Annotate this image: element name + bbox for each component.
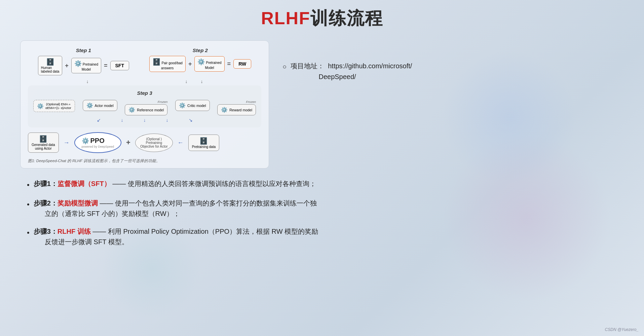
step2-result: RW <box>233 59 251 69</box>
ppo-row: 🗄️ Generated datausing Actor → ⚙️ PPO po… <box>28 130 261 155</box>
actor-model-text: Actor model <box>95 104 114 108</box>
step1-section: Step 1 🗄️ Humanlabeled data + ⚙️ Pretrai… <box>38 47 129 75</box>
reward-model-item: Frozen ⚙️ Reward model <box>217 100 256 115</box>
optional-ema-item: ⚙️ (Optional) EMA =αEMA+(1- α)Actor <box>33 100 75 112</box>
bullet-text-3: 步骤3：RLHF 训练 —— 利用 Proximal Policy Optimi… <box>34 226 617 247</box>
optional-pretraining-ellipse: (Optional )PretrainingObjective for Acto… <box>135 134 173 152</box>
bullet-text-1: 步骤1：监督微调（SFT） —— 使用精选的人类回答来微调预训练的语言模型以应对… <box>34 179 617 189</box>
step3-area: Step 3 ⚙️ (Optional) EMA =αEMA+(1- α)Act… <box>28 85 261 127</box>
generated-data-text: Generated datausing Actor <box>32 143 55 150</box>
step1-result: SFT <box>110 61 129 70</box>
critic-model-item: ⚙️ Critic model <box>175 100 210 111</box>
right-info: ○ 项目地址： https://github.com/microsoft/ De… <box>282 40 624 82</box>
step2-num: 步骤2： <box>34 199 58 207</box>
step1-body: —— 使用精选的人类回答来微调预训练的语言模型以应对各种查询； <box>111 180 316 187</box>
diagram-box: Step 1 🗄️ Humanlabeled data + ⚙️ Pretrai… <box>20 40 269 169</box>
step1-label: Step 1 <box>76 47 91 53</box>
bullet-dot-2: • <box>27 199 30 210</box>
step2-pretrained-box: ⚙️ PretrainedModel <box>194 56 224 72</box>
critic-model-box: ⚙️ Critic model <box>175 100 210 111</box>
title-rlhf: RLHF <box>261 8 310 28</box>
page-title: RLHF训练流程 <box>20 7 624 30</box>
actor-model-box: ⚙️ Actor model <box>83 100 117 111</box>
pretraining-data-box: 🗄️ Pretraining data <box>188 135 220 151</box>
reference-model-item: Frozen ⚙️ Reference model <box>125 100 167 115</box>
reference-model-text: Reference model <box>137 108 164 112</box>
pretraining-data-text: Pretraining data <box>192 145 216 149</box>
step2-label: Step 2 <box>193 47 208 53</box>
step2-pair-text: Pair good/badanswers <box>161 61 183 70</box>
optional-pretraining-text: (Optional )PretrainingObjective for Acto… <box>140 137 168 148</box>
project-label: 项目地址： <box>291 62 324 70</box>
step1-num: 步骤1： <box>34 180 58 187</box>
step3-num: 步骤3： <box>34 228 58 235</box>
diagram-caption: 图1: DeepSpeed-Chat 的 RLHF 训练流程图示，包含了一些可选… <box>28 158 261 163</box>
bullet-item-2: • 步骤2：奖励模型微调 —— 使用一个包含人类对同一查询的多个答案打分的数据集… <box>27 198 617 219</box>
csdn-watermark: CSDN @Yuezero_ <box>605 327 639 332</box>
step1-human-text: Humanlabeled data <box>41 66 60 73</box>
arrow-from-pretraining: → <box>178 139 184 146</box>
step1-eq: = <box>104 62 108 69</box>
generated-data-box: 🗄️ Generated datausing Actor <box>28 133 59 153</box>
actor-model-item: ⚙️ Actor model <box>83 100 117 111</box>
ppo-ellipse: ⚙️ PPO powered by DeepSpeed <box>74 132 122 153</box>
bullet-item-3: • 步骤3：RLHF 训练 —— 利用 Proximal Policy Opti… <box>27 226 617 247</box>
frozen2-label: Frozen <box>246 100 256 104</box>
bullet-item-1: • 步骤1：监督微调（SFT） —— 使用精选的人类回答来微调预训练的语言模型以… <box>27 179 617 191</box>
step3-highlight: RLHF 训练 <box>58 228 91 235</box>
step1-human-box: 🗄️ Humanlabeled data <box>38 56 63 75</box>
optional-ema-text: (Optional) EMA =αEMA+(1- α)Actor <box>45 102 71 110</box>
step2-section: Step 2 🗄️ Pair good/badanswers + ⚙️ Pret… <box>149 47 252 75</box>
bullets-section: • 步骤1：监督微调（SFT） —— 使用精选的人类回答来微调预训练的语言模型以… <box>20 179 624 247</box>
step2-pretrained-text: PretrainedModel <box>205 61 221 70</box>
reward-model-text: Reward model <box>229 108 252 112</box>
arrow-to-ppo: → <box>64 139 70 146</box>
bullet-dot-3: • <box>27 227 30 238</box>
frozen1-label: Frozen <box>158 100 168 104</box>
step3-label: Step 3 <box>33 90 256 96</box>
optional-ema-box: ⚙️ (Optional) EMA =αEMA+(1- α)Actor <box>33 100 75 112</box>
title-suffix: 训练流程 <box>310 8 383 28</box>
bullet-dot-1: • <box>27 179 30 191</box>
bullet-text-2: 步骤2：奖励模型微调 —— 使用一个包含人类对同一查询的多个答案打分的数据集来训… <box>34 198 617 219</box>
ppo-label: PPO <box>90 137 105 145</box>
ppo-plus: + <box>126 138 130 147</box>
step2-plus: + <box>188 61 192 68</box>
step1-plus: + <box>65 62 69 69</box>
step1-pretrained-box: ⚙️ PretrainedModel <box>71 58 101 73</box>
project-item: ○ 项目地址： https://github.com/microsoft/ De… <box>282 61 624 82</box>
reference-model-box: ⚙️ Reference model <box>125 104 167 115</box>
step1-highlight: 监督微调（SFT） <box>58 180 111 187</box>
step2-pair-box: 🗄️ Pair good/badanswers <box>149 56 186 72</box>
project-bullet: ○ <box>282 61 287 72</box>
critic-model-text: Critic model <box>187 104 206 108</box>
step1-pretrained-text: PretrainedModel <box>82 63 98 71</box>
reward-model-box: ⚙️ Reward model <box>217 104 256 115</box>
step2-highlight: 奖励模型微调 <box>58 199 98 207</box>
ppo-powered: powered by DeepSpeed <box>82 145 114 148</box>
step2-eq: = <box>227 61 231 68</box>
